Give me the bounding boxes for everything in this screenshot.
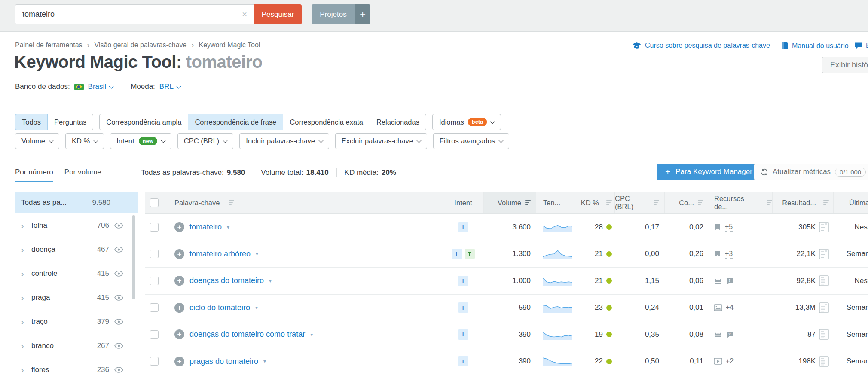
row-checkbox[interactable] bbox=[150, 250, 159, 258]
add-project-button[interactable]: + bbox=[355, 4, 370, 24]
chevron-right-icon[interactable]: › bbox=[21, 293, 31, 302]
row-checkbox[interactable] bbox=[150, 330, 159, 339]
show-history-button[interactable]: Exibir histórico bbox=[822, 57, 868, 73]
breadcrumb-keyword-overview[interactable]: Visão geral de palavras-chave bbox=[95, 41, 187, 49]
keyword-dropdown-caret[interactable]: ▾ bbox=[256, 251, 258, 257]
keyword-link[interactable]: pragas do tomateiro bbox=[189, 357, 258, 366]
keyword-link[interactable]: tomateiro arbóreo bbox=[189, 250, 251, 259]
search-button[interactable]: Pesquisar bbox=[254, 4, 302, 24]
add-keyword-button[interactable]: + bbox=[174, 222, 184, 232]
header-cpc[interactable]: CPC (BRL) bbox=[614, 192, 664, 213]
tab-all[interactable]: Todos bbox=[15, 114, 48, 130]
tab-phrase-match[interactable]: Correspondência de frase bbox=[188, 114, 283, 130]
serp-snapshot-icon[interactable] bbox=[819, 275, 829, 286]
to-keyword-manager-button[interactable]: + Para Keyword Manager bbox=[657, 164, 761, 180]
tab-questions[interactable]: Perguntas bbox=[47, 114, 93, 130]
chevron-down-icon bbox=[109, 84, 113, 88]
row-checkbox[interactable] bbox=[150, 277, 159, 285]
eye-icon[interactable] bbox=[114, 343, 123, 349]
row-checkbox[interactable] bbox=[150, 357, 159, 366]
chevron-right-icon[interactable]: › bbox=[21, 269, 31, 278]
kd-filter[interactable]: KD % bbox=[65, 133, 104, 149]
eye-icon[interactable] bbox=[114, 367, 123, 373]
keyword-link[interactable]: doenças do tomateiro como tratar bbox=[189, 330, 305, 339]
header-competition[interactable]: Co... bbox=[664, 192, 709, 213]
sidebar-item-traco[interactable]: › traço 379 bbox=[15, 310, 138, 334]
sidebar-item-branco[interactable]: › branco 267 bbox=[15, 334, 138, 358]
eye-icon[interactable] bbox=[114, 247, 123, 253]
row-checkbox[interactable] bbox=[150, 303, 159, 312]
select-all-checkbox[interactable] bbox=[150, 198, 159, 207]
include-keywords-filter[interactable]: Incluir palavras-chave bbox=[239, 133, 329, 149]
advanced-filters[interactable]: Filtros avançados bbox=[433, 133, 509, 149]
header-serp-features[interactable]: Recursos de... bbox=[709, 192, 772, 213]
breadcrumb-dashboard[interactable]: Painel de ferramentas bbox=[15, 41, 83, 49]
intent-filter[interactable]: Intentnew bbox=[110, 133, 171, 149]
tab-by-number[interactable]: Por número bbox=[15, 168, 53, 182]
header-volume[interactable]: Volume bbox=[483, 192, 536, 213]
eye-icon[interactable] bbox=[114, 223, 123, 229]
header-trend[interactable]: Ten... bbox=[536, 192, 576, 213]
languages-dropdown[interactable]: Idiomas beta bbox=[432, 114, 501, 130]
tab-related[interactable]: Relacionadas bbox=[370, 114, 426, 130]
serp-snapshot-icon[interactable] bbox=[819, 249, 829, 259]
keyword-dropdown-caret[interactable]: ▾ bbox=[263, 358, 266, 364]
add-keyword-button[interactable]: + bbox=[174, 357, 184, 366]
keyword-dropdown-caret[interactable]: ▾ bbox=[269, 278, 272, 284]
sidebar-item-doenca[interactable]: › doença 467 bbox=[15, 238, 138, 262]
serp-features-more[interactable]: +2 bbox=[726, 357, 734, 366]
update-metrics-button[interactable]: Atualizar métricas 0/1.000 bbox=[754, 164, 868, 180]
sidebar-item-controle[interactable]: › controle 415 bbox=[15, 262, 138, 286]
serp-snapshot-icon[interactable] bbox=[819, 302, 829, 313]
course-link[interactable]: Curso sobre pesquisa de palavras-chave bbox=[632, 42, 770, 49]
exclude-keywords-filter[interactable]: Excluir palavras-chave bbox=[335, 133, 427, 149]
serp-snapshot-icon[interactable] bbox=[819, 356, 829, 367]
chevron-right-icon[interactable]: › bbox=[21, 221, 31, 230]
eye-icon[interactable] bbox=[114, 319, 123, 325]
tab-broad-match[interactable]: Correspondência ampla bbox=[99, 114, 188, 130]
keyword-dropdown-caret[interactable]: ▾ bbox=[255, 305, 258, 311]
search-input[interactable] bbox=[15, 10, 235, 19]
sidebar-item-praga[interactable]: › praga 415 bbox=[15, 286, 138, 310]
currency-select[interactable]: BRL bbox=[159, 82, 180, 91]
projects-button[interactable]: Projetos bbox=[312, 4, 355, 24]
sidebar-scrollbar[interactable] bbox=[132, 215, 135, 299]
eye-icon[interactable] bbox=[114, 295, 123, 301]
header-results[interactable]: Resultad... bbox=[772, 192, 833, 213]
manual-link[interactable]: Manual do usuário bbox=[781, 42, 849, 50]
clear-search-icon[interactable]: × bbox=[235, 9, 254, 19]
keyword-dropdown-caret[interactable]: ▾ bbox=[310, 332, 313, 338]
add-keyword-button[interactable]: + bbox=[174, 329, 184, 339]
add-keyword-button[interactable]: + bbox=[174, 303, 184, 313]
tab-by-volume[interactable]: Por volume bbox=[64, 168, 101, 182]
keyword-link[interactable]: doenças do tomateiro bbox=[189, 276, 264, 285]
keyword-link[interactable]: ciclo do tomateiro bbox=[189, 303, 250, 312]
serp-snapshot-icon[interactable] bbox=[819, 222, 829, 232]
chevron-right-icon[interactable]: › bbox=[21, 245, 31, 254]
header-updated[interactable]: Última bbox=[833, 192, 868, 213]
serp-features-more[interactable]: +4 bbox=[726, 303, 734, 312]
add-keyword-button[interactable]: + bbox=[174, 276, 184, 286]
keyword-dropdown-caret[interactable]: ▾ bbox=[227, 224, 229, 230]
sidebar-item-folha[interactable]: › folha 706 bbox=[15, 213, 138, 238]
eye-icon[interactable] bbox=[114, 271, 123, 277]
serp-features-more[interactable]: +3 bbox=[725, 250, 733, 259]
header-kd[interactable]: KD % bbox=[576, 192, 614, 213]
chevron-right-icon[interactable]: › bbox=[21, 366, 31, 374]
cpc-filter[interactable]: CPC (BRL) bbox=[177, 133, 234, 149]
sidebar-item-all-keywords[interactable]: Todas as pa... 9.580 bbox=[15, 192, 138, 213]
feedback-link[interactable]: E bbox=[854, 42, 868, 49]
row-checkbox[interactable] bbox=[150, 223, 159, 232]
sidebar-item-flores[interactable]: › flores 236 bbox=[15, 358, 138, 375]
chevron-right-icon[interactable]: › bbox=[21, 317, 31, 326]
header-keyword[interactable]: Palavra-chave bbox=[168, 192, 443, 213]
chevron-right-icon[interactable]: › bbox=[21, 341, 31, 350]
volume-filter[interactable]: Volume bbox=[15, 133, 59, 149]
header-intent[interactable]: Intent bbox=[443, 192, 483, 213]
database-select[interactable]: Brasil bbox=[88, 82, 113, 91]
serp-features-more[interactable]: +5 bbox=[725, 223, 733, 232]
tab-exact-match[interactable]: Correspondência exata bbox=[283, 114, 370, 130]
serp-snapshot-icon[interactable] bbox=[819, 329, 829, 340]
keyword-link[interactable]: tomateiro bbox=[189, 223, 222, 232]
add-keyword-button[interactable]: + bbox=[174, 249, 184, 259]
